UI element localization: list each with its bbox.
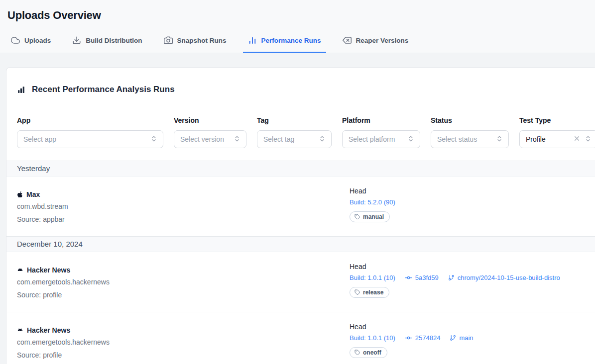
tab-label: Build Distribution <box>86 37 142 44</box>
panel-header: Recent Performance Analysis Runs <box>6 68 595 94</box>
filter-label: App <box>17 116 163 124</box>
git-commit-icon <box>405 334 412 342</box>
app-name: Max <box>26 190 40 198</box>
filter-tag: Tag Select tag <box>257 116 332 148</box>
tag-pill: manual <box>350 211 390 222</box>
chevron-updown-icon <box>407 135 415 144</box>
select-placeholder: Select app <box>23 135 150 143</box>
filters-row: App Select app Version Select version Ta… <box>6 94 595 148</box>
date-group-header: Yesterday <box>6 161 595 177</box>
tab-uploads[interactable]: Uploads <box>6 34 56 53</box>
commit-sha: 5a3fd59 <box>415 274 439 281</box>
bundle-id: com.emergetools.hackernews <box>17 277 350 287</box>
filter-test-type: Test Type Profile <box>519 116 595 148</box>
camera-icon <box>164 36 173 45</box>
clear-icon[interactable] <box>573 135 581 144</box>
bar-chart-icon <box>248 36 257 45</box>
build-link[interactable]: Build: 1.0.1 (10) <box>350 274 395 281</box>
status-select[interactable]: Select status <box>431 130 509 148</box>
run-row[interactable]: Hacker News com.emergetools.hackernews S… <box>6 312 595 364</box>
branch-link[interactable]: chromy/2024-10-15-use-build-distro <box>448 274 560 281</box>
tab-performance-runs[interactable]: Performance Runs <box>243 34 326 53</box>
upload-source: Source: profile <box>17 290 350 300</box>
select-value: Profile <box>526 135 573 143</box>
chevron-updown-icon <box>318 135 326 144</box>
head-label: Head <box>350 263 595 271</box>
chevron-updown-icon <box>150 135 158 144</box>
upload-source: Source: appbar <box>17 214 350 224</box>
tab-bar: Uploads Build Distribution Snapshot Runs… <box>6 34 595 53</box>
chevron-updown-icon <box>584 135 592 144</box>
chevron-updown-icon <box>233 135 241 144</box>
run-head-info: Head Build: 1.0.1 (10) 2574824 main <box>350 323 595 360</box>
app-name: Hacker News <box>27 326 70 334</box>
backspace-icon <box>343 36 352 45</box>
branch-name: main <box>459 334 473 342</box>
android-icon <box>17 327 23 334</box>
chevron-updown-icon <box>495 135 503 144</box>
tag-select[interactable]: Select tag <box>257 130 332 148</box>
build-link[interactable]: Build: 5.2.0 (90) <box>350 198 395 206</box>
select-placeholder: Select status <box>437 135 495 143</box>
commit-link[interactable]: 5a3fd59 <box>405 274 439 281</box>
branch-link[interactable]: main <box>450 334 473 342</box>
commit-link[interactable]: 2574824 <box>405 334 441 342</box>
android-icon <box>17 267 23 273</box>
tag-pill: oneoff <box>350 347 387 358</box>
page-header: Uploads Overview Uploads Build Distribut… <box>0 0 595 53</box>
tab-build-distribution[interactable]: Build Distribution <box>67 34 147 53</box>
tag-pill: release <box>350 287 389 298</box>
filter-label: Tag <box>257 116 332 124</box>
tab-reaper-versions[interactable]: Reaper Versions <box>338 34 414 53</box>
app-name: Hacker News <box>27 266 70 274</box>
filter-version: Version Select version <box>174 116 246 148</box>
performance-runs-panel: Recent Performance Analysis Runs App Sel… <box>6 67 595 364</box>
filter-label: Platform <box>342 116 420 124</box>
run-head-info: Head Build: 5.2.0 (90) manual <box>350 187 595 224</box>
page-title: Uploads Overview <box>0 0 595 22</box>
build-link[interactable]: Build: 1.0.1 (10) <box>350 334 395 342</box>
app-select[interactable]: Select app <box>17 130 163 148</box>
tag-icon <box>355 214 360 220</box>
filter-label: Version <box>174 116 246 124</box>
run-head-info: Head Build: 1.0.1 (10) 5a3fd59 chromy/20… <box>350 263 595 300</box>
tab-label: Snapshot Runs <box>177 37 227 44</box>
test-type-select[interactable]: Profile <box>519 130 595 148</box>
run-row[interactable]: Hacker News com.emergetools.hackernews S… <box>6 252 595 312</box>
run-app-info: Hacker News com.emergetools.hackernews S… <box>17 263 350 300</box>
run-row[interactable]: Max com.wbd.stream Source: appbar Head B… <box>6 177 595 236</box>
run-app-info: Max com.wbd.stream Source: appbar <box>17 187 350 224</box>
select-placeholder: Select tag <box>263 135 318 143</box>
tag-label: oneoff <box>363 349 381 356</box>
head-label: Head <box>350 323 595 331</box>
date-group-header: December 10, 2024 <box>6 236 595 252</box>
filter-status: Status Select status <box>431 116 509 148</box>
run-app-info: Hacker News com.emergetools.hackernews S… <box>17 323 350 360</box>
apple-icon <box>17 191 23 197</box>
tag-label: manual <box>363 213 384 220</box>
tab-label: Performance Runs <box>261 37 321 44</box>
commit-sha: 2574824 <box>415 334 441 342</box>
version-select[interactable]: Select version <box>174 130 246 148</box>
filter-label: Status <box>431 116 509 124</box>
upload-source: Source: profile <box>17 350 350 360</box>
tag-icon <box>355 350 360 356</box>
cloud-icon <box>11 36 20 45</box>
bundle-id: com.emergetools.hackernews <box>17 337 350 347</box>
bar-chart-icon <box>17 86 25 94</box>
tag-label: release <box>363 289 383 296</box>
git-commit-icon <box>405 274 412 281</box>
branch-name: chromy/2024-10-15-use-build-distro <box>458 274 560 281</box>
select-placeholder: Select version <box>180 135 233 143</box>
tab-label: Uploads <box>24 37 51 44</box>
head-label: Head <box>350 187 595 195</box>
select-placeholder: Select platform <box>349 135 407 143</box>
bundle-id: com.wbd.stream <box>17 201 350 211</box>
download-icon <box>72 36 81 45</box>
tab-label: Reaper Versions <box>356 37 409 44</box>
git-branch-icon <box>450 335 456 341</box>
platform-select[interactable]: Select platform <box>342 130 420 148</box>
git-branch-icon <box>448 274 455 281</box>
tab-snapshot-runs[interactable]: Snapshot Runs <box>159 34 232 53</box>
tag-icon <box>355 289 360 295</box>
